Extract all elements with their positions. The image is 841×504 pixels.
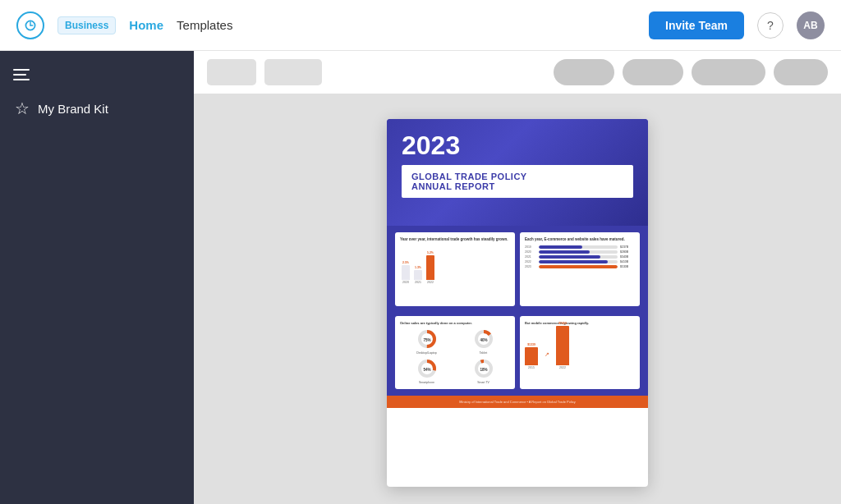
bar2-2 bbox=[556, 326, 569, 365]
bar-chart-area: 2.5% 2020 1.3% 2021 bbox=[400, 247, 510, 284]
bar-lbl-1: 2020 bbox=[402, 281, 409, 284]
donut-label-smarttv: Smart TV bbox=[477, 381, 489, 384]
chart-1-title: Year over year, international trade grow… bbox=[400, 237, 510, 242]
donut-svg-desktop: 75% bbox=[416, 328, 438, 350]
bar2-val-2: $7450 bbox=[558, 322, 567, 325]
hbar-row-3: 2021 $340B bbox=[525, 255, 635, 259]
help-button[interactable]: ? bbox=[757, 12, 784, 39]
hbar-chart-box: Each year, E-commerce and website sales … bbox=[520, 232, 640, 306]
bar-group-2: 1.3% 2021 bbox=[414, 266, 422, 284]
donut-chart-box: Online sales are typically done on a com… bbox=[395, 316, 515, 389]
bar-val-2: 1.3% bbox=[415, 266, 421, 269]
bar-lbl-2: 2021 bbox=[415, 281, 421, 284]
bar2-group-1: $1339 2015 bbox=[525, 343, 538, 369]
canvas-area: 2023 GLOBAL TRADE POLICY ANNUAL REPORT Y… bbox=[194, 94, 841, 504]
main-layout: ☆ My Brand Kit 2023 GLOBAL TRADE POLICY bbox=[0, 51, 841, 504]
bar-chart-2-area: $1339 2015 ↗ $7450 2022 bbox=[525, 328, 635, 369]
toolbar-pill-1[interactable] bbox=[554, 59, 614, 85]
report-subtitle-box: GLOBAL TRADE POLICY ANNUAL REPORT bbox=[402, 165, 633, 198]
report-footer: Ministry of International Trade and Comm… bbox=[387, 396, 648, 408]
bar-group-1: 2.5% 2020 bbox=[402, 261, 410, 284]
donut-desktop: 75% Desktop/Laptop bbox=[400, 328, 453, 355]
report-body: Year over year, international trade grow… bbox=[387, 226, 648, 408]
bar-2 bbox=[414, 270, 422, 280]
hbar-row-2: 2020 $280B bbox=[525, 250, 635, 254]
nav-home[interactable]: Home bbox=[129, 18, 163, 32]
content-area: 2023 GLOBAL TRADE POLICY ANNUAL REPORT Y… bbox=[194, 51, 841, 504]
donut-label-desktop: Desktop/Laptop bbox=[416, 351, 437, 355]
donuts-grid: 75% Desktop/Laptop bbox=[400, 328, 510, 384]
business-badge[interactable]: Business bbox=[57, 16, 116, 34]
brand-kit-label: My Brand Kit bbox=[38, 102, 108, 116]
toolbar-pill-2[interactable] bbox=[623, 59, 683, 85]
bar2-1 bbox=[525, 347, 538, 365]
header: Business Home Templates Invite Team ? AB bbox=[0, 0, 841, 51]
nav-templates[interactable]: Templates bbox=[177, 18, 232, 32]
donut-label-smartphone: Smartphone bbox=[419, 381, 434, 384]
bar-chart-box-2: But mobile commerce is growing rapidly. … bbox=[520, 316, 640, 389]
donut-svg-smartphone: 54% bbox=[416, 358, 438, 379]
toolbar bbox=[194, 51, 841, 94]
donut-svg-smarttv: 18% bbox=[473, 358, 494, 379]
bar2-lbl-2: 2022 bbox=[559, 366, 566, 369]
svg-text:18%: 18% bbox=[480, 368, 487, 372]
donut-smarttv: 18% Smart TV bbox=[457, 358, 510, 384]
bar2-lbl-1: 2015 bbox=[528, 366, 535, 369]
avatar[interactable]: AB bbox=[797, 11, 825, 39]
star-icon: ☆ bbox=[15, 99, 30, 118]
report-header: 2023 GLOBAL TRADE POLICY ANNUAL REPORT bbox=[387, 119, 648, 226]
report-title-line1: GLOBAL TRADE POLICY bbox=[411, 172, 623, 181]
bar2-group-2: $7450 2022 bbox=[556, 322, 569, 369]
hbar-row-1: 2019 $237B bbox=[525, 245, 635, 249]
report-year: 2023 bbox=[402, 132, 633, 158]
report-title-line2: ANNUAL REPORT bbox=[411, 181, 623, 191]
toolbar-btn-1[interactable] bbox=[207, 59, 256, 85]
hbar-chart: 2019 $237B 2020 $280B bbox=[525, 245, 635, 268]
bar-3 bbox=[426, 255, 434, 280]
chart-2-title: Each year, E-commerce and website sales … bbox=[525, 237, 635, 242]
charts-row-1: Year over year, international trade grow… bbox=[395, 226, 640, 311]
bar-group-3: 5.2% 2022 bbox=[426, 251, 434, 284]
donut-svg-tablet: 40% bbox=[473, 328, 494, 350]
bar-chart-2-title: But mobile commerce is growing rapidly. bbox=[525, 321, 635, 325]
svg-text:54%: 54% bbox=[423, 368, 430, 372]
logo-icon bbox=[16, 11, 44, 39]
bar-1 bbox=[402, 265, 410, 280]
report-sections: Year over year, international trade grow… bbox=[387, 226, 648, 396]
sidebar: ☆ My Brand Kit bbox=[0, 51, 194, 504]
sidebar-item-brand-kit[interactable]: ☆ My Brand Kit bbox=[0, 89, 194, 128]
menu-icon[interactable] bbox=[0, 61, 36, 89]
bar-lbl-3: 2022 bbox=[427, 281, 434, 284]
svg-text:40%: 40% bbox=[480, 338, 487, 342]
toolbar-btn-2[interactable] bbox=[264, 59, 322, 85]
hbar-row-4: 2022 $410B bbox=[525, 260, 635, 263]
donut-smartphone: 54% Smartphone bbox=[400, 358, 453, 384]
arrow-up-icon: ↗ bbox=[545, 351, 549, 358]
donut-label-tablet: Tablet bbox=[480, 351, 487, 355]
bar2-val-1: $1339 bbox=[527, 343, 535, 346]
hbar-row-5: 2023 $530B bbox=[525, 265, 635, 268]
svg-text:75%: 75% bbox=[423, 338, 430, 342]
report-card: 2023 GLOBAL TRADE POLICY ANNUAL REPORT Y… bbox=[387, 119, 648, 487]
toolbar-pill-4[interactable] bbox=[774, 59, 828, 85]
bar-chart-box: Year over year, international trade grow… bbox=[395, 232, 515, 306]
invite-team-button[interactable]: Invite Team bbox=[649, 11, 744, 39]
charts-row-2: Online sales are typically done on a com… bbox=[395, 311, 640, 396]
donut-tablet: 40% Tablet bbox=[457, 328, 510, 355]
donut-title: Online sales are typically done on a com… bbox=[400, 321, 510, 325]
bar-val-1: 2.5% bbox=[402, 261, 409, 264]
bar-val-3: 5.2% bbox=[427, 251, 434, 254]
toolbar-pill-3[interactable] bbox=[692, 59, 765, 85]
